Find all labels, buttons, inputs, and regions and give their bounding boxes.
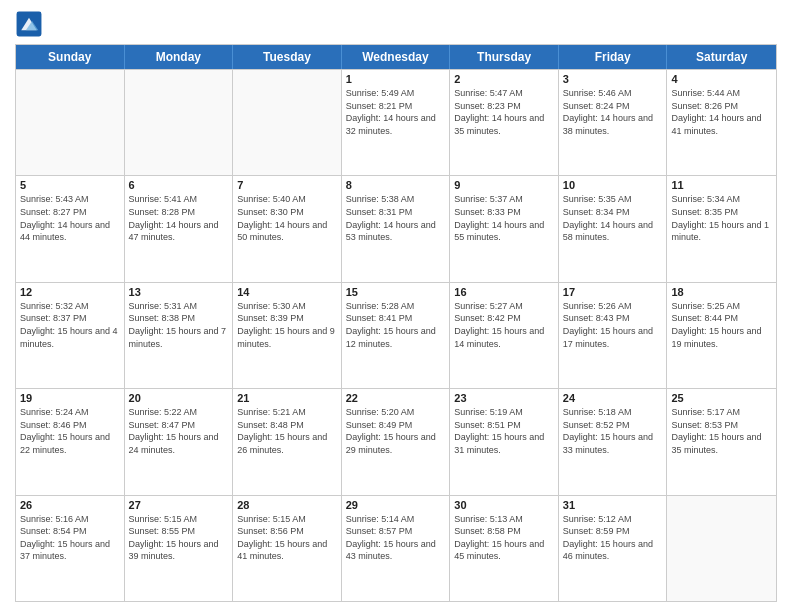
calendar-cell: 31Sunrise: 5:12 AMSunset: 8:59 PMDayligh… bbox=[559, 496, 668, 601]
calendar-cell: 22Sunrise: 5:20 AMSunset: 8:49 PMDayligh… bbox=[342, 389, 451, 494]
calendar-cell: 15Sunrise: 5:28 AMSunset: 8:41 PMDayligh… bbox=[342, 283, 451, 388]
cell-info: Sunrise: 5:40 AMSunset: 8:30 PMDaylight:… bbox=[237, 193, 337, 243]
calendar-header-cell: Saturday bbox=[667, 45, 776, 69]
cell-day-number: 20 bbox=[129, 392, 229, 404]
calendar-cell bbox=[667, 496, 776, 601]
calendar-cell: 25Sunrise: 5:17 AMSunset: 8:53 PMDayligh… bbox=[667, 389, 776, 494]
calendar-cell: 2Sunrise: 5:47 AMSunset: 8:23 PMDaylight… bbox=[450, 70, 559, 175]
calendar-cell: 26Sunrise: 5:16 AMSunset: 8:54 PMDayligh… bbox=[16, 496, 125, 601]
cell-day-number: 1 bbox=[346, 73, 446, 85]
cell-info: Sunrise: 5:19 AMSunset: 8:51 PMDaylight:… bbox=[454, 406, 554, 456]
calendar-header-cell: Wednesday bbox=[342, 45, 451, 69]
calendar-cell: 19Sunrise: 5:24 AMSunset: 8:46 PMDayligh… bbox=[16, 389, 125, 494]
cell-day-number: 26 bbox=[20, 499, 120, 511]
calendar-header-cell: Sunday bbox=[16, 45, 125, 69]
calendar-body: 1Sunrise: 5:49 AMSunset: 8:21 PMDaylight… bbox=[16, 69, 776, 601]
cell-day-number: 19 bbox=[20, 392, 120, 404]
calendar-cell: 21Sunrise: 5:21 AMSunset: 8:48 PMDayligh… bbox=[233, 389, 342, 494]
calendar-cell: 17Sunrise: 5:26 AMSunset: 8:43 PMDayligh… bbox=[559, 283, 668, 388]
cell-day-number: 18 bbox=[671, 286, 772, 298]
cell-day-number: 4 bbox=[671, 73, 772, 85]
calendar: SundayMondayTuesdayWednesdayThursdayFrid… bbox=[15, 44, 777, 602]
calendar-cell: 9Sunrise: 5:37 AMSunset: 8:33 PMDaylight… bbox=[450, 176, 559, 281]
calendar-cell: 27Sunrise: 5:15 AMSunset: 8:55 PMDayligh… bbox=[125, 496, 234, 601]
calendar-cell bbox=[125, 70, 234, 175]
cell-day-number: 6 bbox=[129, 179, 229, 191]
cell-info: Sunrise: 5:17 AMSunset: 8:53 PMDaylight:… bbox=[671, 406, 772, 456]
cell-day-number: 21 bbox=[237, 392, 337, 404]
cell-info: Sunrise: 5:16 AMSunset: 8:54 PMDaylight:… bbox=[20, 513, 120, 563]
calendar-cell: 3Sunrise: 5:46 AMSunset: 8:24 PMDaylight… bbox=[559, 70, 668, 175]
calendar-header-cell: Tuesday bbox=[233, 45, 342, 69]
cell-day-number: 25 bbox=[671, 392, 772, 404]
cell-info: Sunrise: 5:37 AMSunset: 8:33 PMDaylight:… bbox=[454, 193, 554, 243]
cell-info: Sunrise: 5:22 AMSunset: 8:47 PMDaylight:… bbox=[129, 406, 229, 456]
calendar-cell: 6Sunrise: 5:41 AMSunset: 8:28 PMDaylight… bbox=[125, 176, 234, 281]
calendar-cell: 16Sunrise: 5:27 AMSunset: 8:42 PMDayligh… bbox=[450, 283, 559, 388]
cell-day-number: 27 bbox=[129, 499, 229, 511]
calendar-cell: 11Sunrise: 5:34 AMSunset: 8:35 PMDayligh… bbox=[667, 176, 776, 281]
cell-day-number: 23 bbox=[454, 392, 554, 404]
cell-info: Sunrise: 5:14 AMSunset: 8:57 PMDaylight:… bbox=[346, 513, 446, 563]
calendar-row: 5Sunrise: 5:43 AMSunset: 8:27 PMDaylight… bbox=[16, 175, 776, 281]
calendar-cell bbox=[16, 70, 125, 175]
cell-day-number: 3 bbox=[563, 73, 663, 85]
cell-info: Sunrise: 5:34 AMSunset: 8:35 PMDaylight:… bbox=[671, 193, 772, 243]
calendar-cell: 7Sunrise: 5:40 AMSunset: 8:30 PMDaylight… bbox=[233, 176, 342, 281]
cell-day-number: 13 bbox=[129, 286, 229, 298]
calendar-row: 12Sunrise: 5:32 AMSunset: 8:37 PMDayligh… bbox=[16, 282, 776, 388]
cell-info: Sunrise: 5:13 AMSunset: 8:58 PMDaylight:… bbox=[454, 513, 554, 563]
calendar-cell: 8Sunrise: 5:38 AMSunset: 8:31 PMDaylight… bbox=[342, 176, 451, 281]
calendar-row: 19Sunrise: 5:24 AMSunset: 8:46 PMDayligh… bbox=[16, 388, 776, 494]
cell-day-number: 29 bbox=[346, 499, 446, 511]
cell-day-number: 11 bbox=[671, 179, 772, 191]
calendar-cell: 10Sunrise: 5:35 AMSunset: 8:34 PMDayligh… bbox=[559, 176, 668, 281]
cell-day-number: 12 bbox=[20, 286, 120, 298]
calendar-cell: 13Sunrise: 5:31 AMSunset: 8:38 PMDayligh… bbox=[125, 283, 234, 388]
cell-day-number: 22 bbox=[346, 392, 446, 404]
calendar-row: 26Sunrise: 5:16 AMSunset: 8:54 PMDayligh… bbox=[16, 495, 776, 601]
calendar-header: SundayMondayTuesdayWednesdayThursdayFrid… bbox=[16, 45, 776, 69]
cell-info: Sunrise: 5:46 AMSunset: 8:24 PMDaylight:… bbox=[563, 87, 663, 137]
cell-day-number: 16 bbox=[454, 286, 554, 298]
cell-day-number: 5 bbox=[20, 179, 120, 191]
cell-day-number: 24 bbox=[563, 392, 663, 404]
calendar-cell: 29Sunrise: 5:14 AMSunset: 8:57 PMDayligh… bbox=[342, 496, 451, 601]
calendar-cell: 23Sunrise: 5:19 AMSunset: 8:51 PMDayligh… bbox=[450, 389, 559, 494]
cell-info: Sunrise: 5:43 AMSunset: 8:27 PMDaylight:… bbox=[20, 193, 120, 243]
calendar-header-cell: Thursday bbox=[450, 45, 559, 69]
cell-info: Sunrise: 5:15 AMSunset: 8:56 PMDaylight:… bbox=[237, 513, 337, 563]
cell-info: Sunrise: 5:26 AMSunset: 8:43 PMDaylight:… bbox=[563, 300, 663, 350]
calendar-cell: 28Sunrise: 5:15 AMSunset: 8:56 PMDayligh… bbox=[233, 496, 342, 601]
calendar-cell: 30Sunrise: 5:13 AMSunset: 8:58 PMDayligh… bbox=[450, 496, 559, 601]
cell-info: Sunrise: 5:47 AMSunset: 8:23 PMDaylight:… bbox=[454, 87, 554, 137]
calendar-cell bbox=[233, 70, 342, 175]
logo-icon bbox=[15, 10, 43, 38]
cell-info: Sunrise: 5:49 AMSunset: 8:21 PMDaylight:… bbox=[346, 87, 446, 137]
cell-day-number: 8 bbox=[346, 179, 446, 191]
cell-day-number: 31 bbox=[563, 499, 663, 511]
cell-info: Sunrise: 5:25 AMSunset: 8:44 PMDaylight:… bbox=[671, 300, 772, 350]
calendar-cell: 14Sunrise: 5:30 AMSunset: 8:39 PMDayligh… bbox=[233, 283, 342, 388]
logo bbox=[15, 10, 45, 38]
header bbox=[15, 10, 777, 38]
calendar-cell: 18Sunrise: 5:25 AMSunset: 8:44 PMDayligh… bbox=[667, 283, 776, 388]
cell-info: Sunrise: 5:30 AMSunset: 8:39 PMDaylight:… bbox=[237, 300, 337, 350]
calendar-cell: 24Sunrise: 5:18 AMSunset: 8:52 PMDayligh… bbox=[559, 389, 668, 494]
cell-day-number: 15 bbox=[346, 286, 446, 298]
calendar-cell: 4Sunrise: 5:44 AMSunset: 8:26 PMDaylight… bbox=[667, 70, 776, 175]
calendar-header-cell: Friday bbox=[559, 45, 668, 69]
cell-info: Sunrise: 5:41 AMSunset: 8:28 PMDaylight:… bbox=[129, 193, 229, 243]
cell-day-number: 28 bbox=[237, 499, 337, 511]
cell-info: Sunrise: 5:18 AMSunset: 8:52 PMDaylight:… bbox=[563, 406, 663, 456]
cell-day-number: 10 bbox=[563, 179, 663, 191]
cell-info: Sunrise: 5:32 AMSunset: 8:37 PMDaylight:… bbox=[20, 300, 120, 350]
calendar-cell: 5Sunrise: 5:43 AMSunset: 8:27 PMDaylight… bbox=[16, 176, 125, 281]
cell-info: Sunrise: 5:15 AMSunset: 8:55 PMDaylight:… bbox=[129, 513, 229, 563]
cell-day-number: 30 bbox=[454, 499, 554, 511]
cell-day-number: 14 bbox=[237, 286, 337, 298]
cell-day-number: 9 bbox=[454, 179, 554, 191]
cell-info: Sunrise: 5:21 AMSunset: 8:48 PMDaylight:… bbox=[237, 406, 337, 456]
cell-day-number: 7 bbox=[237, 179, 337, 191]
calendar-header-cell: Monday bbox=[125, 45, 234, 69]
